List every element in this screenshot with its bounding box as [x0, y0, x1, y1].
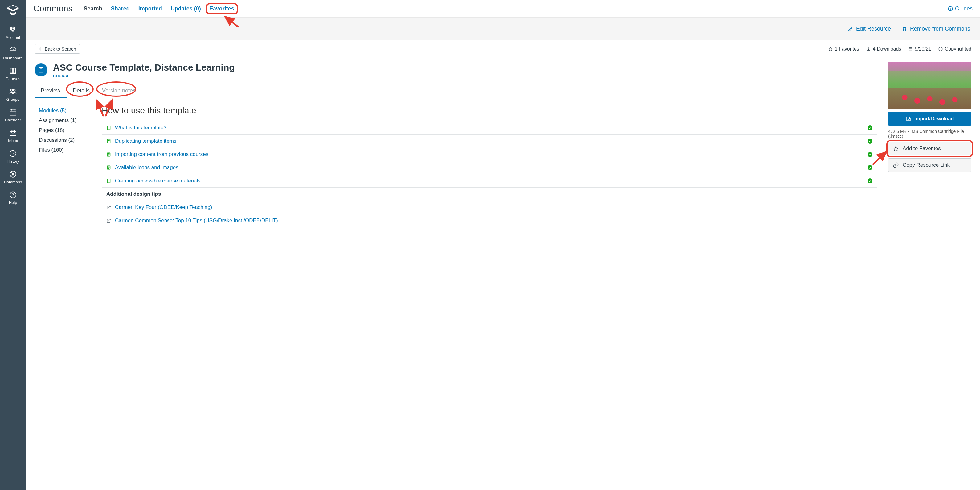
nav-label: Account: [0, 35, 26, 40]
meta-license: Copyrighted: [938, 46, 971, 52]
modnav-modules[interactable]: Modules (5): [35, 106, 93, 116]
back-row: Back to Search 1 Favorites 4 Downloads 9…: [26, 40, 980, 57]
module-item[interactable]: What is this template?: [102, 121, 877, 135]
guides-link[interactable]: Guides: [948, 6, 973, 12]
nav-inbox[interactable]: Inbox: [0, 126, 26, 146]
groups-icon: [0, 87, 26, 96]
check-icon: [867, 165, 872, 170]
download-icon: [866, 46, 871, 51]
top-header: Commons Search Shared Imported Updates (…: [26, 0, 980, 18]
module-item-link[interactable]: Importing content from previous courses: [115, 151, 208, 158]
modnav-files[interactable]: Files (160): [35, 145, 93, 155]
module-item[interactable]: Creating accessible course materials: [102, 174, 877, 188]
tab-search[interactable]: Search: [84, 6, 102, 12]
share-icon: [0, 170, 26, 178]
nav-label: Groups: [0, 97, 26, 102]
nav-help[interactable]: Help: [0, 188, 26, 208]
svg-point-0: [11, 89, 13, 91]
meta-favorites: 1 Favorites: [828, 46, 859, 52]
resource-tabs: Preview Details Version notes: [35, 84, 877, 98]
resource-type-badge: COURSE: [53, 74, 235, 78]
svg-point-1: [13, 89, 16, 91]
nav-label: Dashboard: [0, 56, 26, 60]
top-tabs: Search Shared Imported Updates (0) Favor…: [84, 6, 234, 12]
modnav-pages[interactable]: Pages (18): [35, 126, 93, 135]
back-to-search-button[interactable]: Back to Search: [35, 44, 80, 54]
module-item[interactable]: Duplicating template items: [102, 135, 877, 148]
nav-history[interactable]: History: [0, 146, 26, 167]
import-download-button[interactable]: Import/Download: [888, 112, 971, 126]
check-icon: [867, 139, 872, 143]
module-nav: Modules (5) Assignments (1) Pages (18) D…: [35, 106, 93, 228]
avatar: 2: [12, 27, 14, 32]
remove-label: Remove from Commons: [910, 25, 970, 32]
module-item-link[interactable]: Carmen Common Sense: Top 10 Tips (USG/Dr…: [115, 218, 278, 224]
module-item[interactable]: Importing content from previous courses: [102, 148, 877, 161]
import-label: Import/Download: [914, 116, 954, 122]
nav-label: Help: [0, 200, 26, 205]
page-icon: [106, 152, 111, 157]
module-heading: How to use this template: [102, 106, 877, 116]
modnav-assignments[interactable]: Assignments (1): [35, 116, 93, 126]
preview-body: Modules (5) Assignments (1) Pages (18) D…: [35, 98, 877, 228]
nav-account[interactable]: 2 Account: [0, 22, 26, 43]
course-type-icon: [35, 64, 48, 76]
check-icon: [867, 152, 872, 157]
nav-groups[interactable]: Groups: [0, 84, 26, 105]
meta-favorites-label: 1 Favorites: [835, 46, 859, 52]
tab-updates[interactable]: Updates (0): [171, 6, 201, 12]
main-area: Commons Search Shared Imported Updates (…: [26, 0, 980, 240]
module-item-link[interactable]: Carmen Key Four (ODEE/Keep Teaching): [115, 204, 212, 210]
module-item-link[interactable]: Duplicating template items: [115, 138, 176, 144]
restab-details[interactable]: Details: [67, 84, 96, 98]
module-item-link[interactable]: What is this template?: [115, 125, 166, 131]
calendar-icon: [0, 108, 26, 116]
page-icon: [106, 126, 111, 130]
notification-badge: 2: [10, 26, 16, 31]
tab-shared[interactable]: Shared: [111, 6, 130, 12]
page-icon: [106, 178, 111, 183]
tab-imported[interactable]: Imported: [138, 6, 162, 12]
nav-dashboard[interactable]: Dashboard: [0, 43, 26, 64]
remove-resource-link[interactable]: Remove from Commons: [901, 25, 970, 32]
nav-label: Courses: [0, 76, 26, 81]
chevron-left-icon: [38, 47, 42, 51]
inbox-icon: [0, 129, 26, 137]
nav-label: Inbox: [0, 138, 26, 143]
module-item-link[interactable]: Available icons and images: [115, 165, 178, 171]
nav-calendar[interactable]: Calendar: [0, 105, 26, 126]
back-label: Back to Search: [45, 46, 76, 51]
nav-label: Commons: [0, 180, 26, 184]
modnav-discussions[interactable]: Discussions (2): [35, 135, 93, 145]
import-icon: [906, 116, 911, 122]
resource-meta: 1 Favorites 4 Downloads 9/20/21 Copyrigh…: [828, 46, 971, 52]
module-item[interactable]: Carmen Key Four (ODEE/Keep Teaching): [102, 201, 877, 214]
help-icon: [0, 191, 26, 199]
trash-icon: [901, 26, 908, 32]
action-bar: Edit Resource Remove from Commons: [26, 18, 980, 40]
module-item-link[interactable]: Creating accessible course materials: [115, 178, 200, 184]
module-item[interactable]: Available icons and images: [102, 161, 877, 174]
nav-commons[interactable]: Commons: [0, 167, 26, 188]
sidebar-right: Import/Download 47.66 MB - IMS Common Ca…: [888, 62, 971, 172]
app-title: Commons: [33, 4, 73, 14]
module-item[interactable]: Carmen Common Sense: Top 10 Tips (USG/Dr…: [102, 214, 877, 228]
page-icon: [106, 165, 111, 170]
page-icon: [106, 139, 111, 143]
edit-resource-link[interactable]: Edit Resource: [848, 25, 891, 32]
restab-version-notes[interactable]: Version notes: [96, 84, 142, 98]
star-outline-icon: [893, 145, 899, 152]
copyright-icon: [938, 46, 943, 51]
tab-favorites[interactable]: Favorites: [210, 6, 234, 12]
external-link-icon: [106, 205, 111, 210]
check-icon: [867, 126, 872, 130]
add-to-favorites-button[interactable]: Add to Favorites: [888, 142, 971, 155]
meta-license-label: Copyrighted: [945, 46, 971, 52]
external-link-icon: [106, 218, 111, 223]
restab-preview[interactable]: Preview: [35, 84, 67, 98]
copy-resource-link-button[interactable]: Copy Resource Link: [888, 158, 971, 172]
svg-rect-2: [10, 110, 16, 115]
resource-title: ASC Course Template, Distance Learning: [53, 62, 235, 73]
pencil-icon: [848, 26, 854, 32]
nav-courses[interactable]: Courses: [0, 64, 26, 84]
